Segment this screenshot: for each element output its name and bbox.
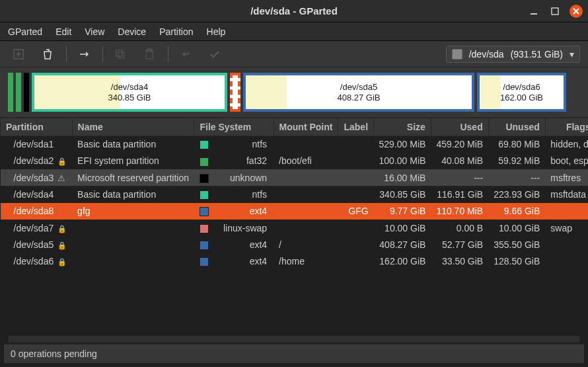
table-row[interactable]: /dev/sda6 🔒ext4/home162.00 GiB33.50 GiB1… bbox=[1, 253, 589, 270]
disk-block[interactable] bbox=[24, 73, 29, 112]
menu-partition[interactable]: Partition bbox=[159, 26, 193, 37]
fs-color-swatch bbox=[200, 241, 209, 250]
paste-button bbox=[139, 44, 160, 65]
table-row[interactable]: /dev/sda1 Basic data partitionntfs529.00… bbox=[1, 136, 589, 153]
lock-icon: 🔒 bbox=[57, 225, 67, 233]
disk-block[interactable] bbox=[16, 73, 21, 112]
window-controls bbox=[527, 5, 583, 18]
svg-rect-3 bbox=[116, 50, 122, 56]
fs-color-swatch bbox=[200, 257, 209, 266]
menu-help[interactable]: Help bbox=[207, 26, 226, 37]
apply-button bbox=[204, 44, 225, 65]
lock-icon: 🔒 bbox=[57, 157, 67, 166]
disk-block[interactable]: /dev/sda6162.00 GiB bbox=[477, 73, 566, 112]
toolbar-separator bbox=[102, 46, 103, 62]
maximize-button[interactable] bbox=[548, 5, 562, 18]
chevron-down-icon: ▾ bbox=[570, 49, 574, 60]
warning-icon: ⚠ bbox=[57, 173, 65, 183]
menubar: GParted Edit View Device Partition Help bbox=[0, 22, 588, 41]
table-row[interactable]: /dev/sda2 🔒EFI system partitionfat32/boo… bbox=[1, 153, 589, 169]
partition-table: Partition Name File System Mount Point L… bbox=[0, 118, 588, 270]
svg-rect-0 bbox=[531, 13, 537, 15]
table-row[interactable]: /dev/sda8 gfgext4GFG9.77 GiB110.70 MiB9.… bbox=[1, 203, 589, 220]
menu-edit[interactable]: Edit bbox=[55, 26, 71, 37]
fs-color-swatch bbox=[200, 174, 209, 183]
disk-block[interactable] bbox=[230, 73, 240, 112]
col-used[interactable]: Used bbox=[431, 118, 488, 136]
col-unused[interactable]: Unused bbox=[488, 118, 545, 136]
svg-rect-4 bbox=[118, 52, 124, 58]
disk-icon bbox=[452, 49, 462, 60]
toolbar-separator bbox=[66, 46, 67, 62]
svg-rect-1 bbox=[552, 8, 558, 15]
device-size: (931.51 GiB) bbox=[511, 49, 563, 60]
close-button[interactable] bbox=[570, 5, 583, 18]
fs-color-swatch bbox=[200, 140, 209, 149]
menu-gparted[interactable]: GParted bbox=[8, 26, 42, 37]
toolbar-separator bbox=[168, 46, 168, 62]
disk-block[interactable]: /dev/sda4340.85 GiB bbox=[32, 73, 227, 112]
table-row[interactable]: /dev/sda3 ⚠Microsoft reserved partitionu… bbox=[1, 169, 589, 186]
fs-color-swatch bbox=[200, 157, 209, 167]
partition-table-wrapper: Partition Name File System Mount Point L… bbox=[0, 118, 588, 343]
col-size[interactable]: Size bbox=[374, 118, 431, 136]
toolbar: /dev/sda (931.51 GiB) ▾ bbox=[0, 41, 588, 67]
pending-count: 0 operations pending bbox=[11, 348, 97, 359]
lock-icon: 🔒 bbox=[57, 258, 67, 266]
col-fs[interactable]: File System bbox=[194, 118, 274, 136]
col-label[interactable]: Label bbox=[338, 118, 374, 136]
titlebar: /dev/sda - GParted bbox=[0, 0, 588, 22]
disk-block[interactable] bbox=[8, 73, 13, 112]
undo-button bbox=[175, 44, 196, 65]
disk-block[interactable]: /dev/sda5408.27 GiB bbox=[243, 73, 474, 112]
statusbar: 0 operations pending bbox=[4, 344, 584, 363]
delete-partition-button[interactable] bbox=[37, 44, 58, 65]
device-selector[interactable]: /dev/sda (931.51 GiB) ▾ bbox=[446, 46, 580, 63]
new-partition-button bbox=[8, 44, 29, 65]
col-partition[interactable]: Partition bbox=[1, 118, 73, 136]
col-name[interactable]: Name bbox=[72, 118, 194, 136]
menu-view[interactable]: View bbox=[85, 26, 104, 37]
device-path: /dev/sda bbox=[469, 49, 504, 60]
minimize-button[interactable] bbox=[527, 5, 540, 18]
disk-graphic[interactable]: /dev/sda4340.85 GiB/dev/sda5408.27 GiB/d… bbox=[0, 67, 588, 118]
fs-color-swatch bbox=[200, 207, 209, 216]
fs-color-swatch bbox=[200, 190, 209, 200]
resize-move-button[interactable] bbox=[73, 44, 94, 65]
lock-icon: 🔒 bbox=[57, 241, 67, 250]
table-row[interactable]: /dev/sda7 🔒linux-swap10.00 GiB0.00 B10.0… bbox=[1, 220, 589, 236]
table-row[interactable]: /dev/sda4 Basic data partitionntfs340.85… bbox=[1, 186, 589, 202]
col-flags[interactable]: Flags bbox=[545, 118, 588, 136]
copy-button bbox=[110, 44, 131, 65]
fs-color-swatch bbox=[200, 224, 209, 233]
window-title: /dev/sda - GParted bbox=[250, 5, 338, 17]
menu-device[interactable]: Device bbox=[118, 26, 146, 37]
pending-operations-area bbox=[8, 335, 580, 343]
col-mount[interactable]: Mount Point bbox=[274, 118, 338, 136]
table-row[interactable]: /dev/sda5 🔒ext4/408.27 GiB52.77 GiB355.5… bbox=[1, 236, 589, 253]
